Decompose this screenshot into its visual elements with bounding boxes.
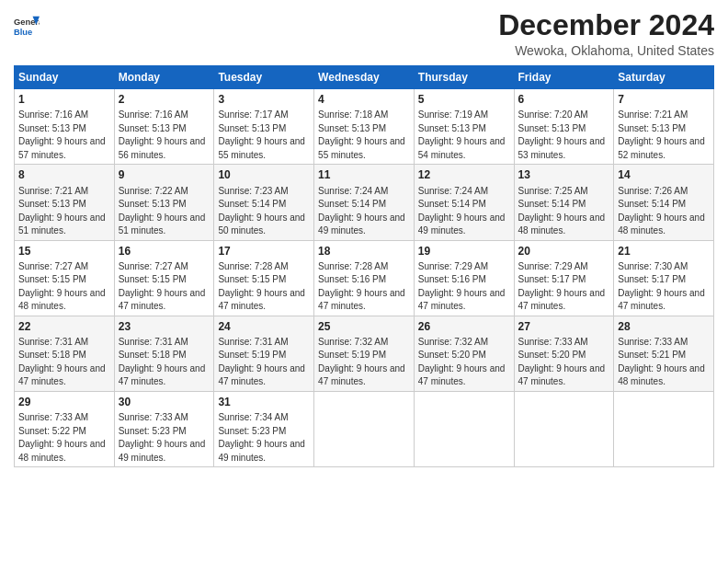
day-number: 21: [618, 244, 710, 259]
calendar-cell: 13Sunrise: 7:25 AMSunset: 5:14 PMDayligh…: [514, 165, 614, 240]
calendar-cell: 20Sunrise: 7:29 AMSunset: 5:17 PMDayligh…: [514, 240, 614, 316]
sunrise-text: Sunrise: 7:29 AM: [418, 261, 488, 271]
sunset-text: Sunset: 5:14 PM: [218, 199, 286, 209]
calendar-cell: 15Sunrise: 7:27 AMSunset: 5:15 PMDayligh…: [15, 240, 115, 316]
day-number: 11: [318, 167, 410, 182]
sunset-text: Sunset: 5:21 PM: [618, 350, 686, 360]
day-number: 24: [218, 319, 310, 334]
sunrise-text: Sunrise: 7:24 AM: [318, 186, 388, 196]
sunset-text: Sunset: 5:20 PM: [518, 350, 586, 360]
calendar-cell: 3Sunrise: 7:17 AMSunset: 5:13 PMDaylight…: [214, 89, 314, 165]
sunrise-text: Sunrise: 7:24 AM: [418, 186, 488, 196]
day-number: 25: [318, 319, 410, 334]
calendar-cell: 28Sunrise: 7:33 AMSunset: 5:21 PMDayligh…: [614, 316, 714, 391]
calendar-body: 1Sunrise: 7:16 AMSunset: 5:13 PMDaylight…: [15, 89, 714, 467]
calendar-cell: [414, 391, 514, 466]
calendar-cell: 25Sunrise: 7:32 AMSunset: 5:19 PMDayligh…: [314, 316, 415, 391]
day-number: 28: [618, 319, 710, 334]
weekday-header-sunday: Sunday: [15, 66, 115, 89]
day-number: 8: [18, 167, 110, 182]
sunset-text: Sunset: 5:14 PM: [318, 199, 386, 209]
daylight-text: Daylight: 9 hours and 48 minutes.: [518, 213, 606, 236]
weekday-header-thursday: Thursday: [414, 66, 514, 89]
sunset-text: Sunset: 5:22 PM: [18, 426, 86, 436]
daylight-text: Daylight: 9 hours and 55 minutes.: [318, 136, 405, 160]
calendar-week-row: 1Sunrise: 7:16 AMSunset: 5:13 PMDaylight…: [15, 89, 714, 165]
calendar-cell: 31Sunrise: 7:34 AMSunset: 5:23 PMDayligh…: [214, 391, 314, 466]
calendar-cell: 2Sunrise: 7:16 AMSunset: 5:13 PMDaylight…: [114, 89, 214, 165]
daylight-text: Daylight: 9 hours and 47 minutes.: [18, 363, 106, 387]
daylight-text: Daylight: 9 hours and 47 minutes.: [119, 288, 206, 312]
daylight-text: Daylight: 9 hours and 57 minutes.: [18, 136, 106, 160]
sunset-text: Sunset: 5:20 PM: [418, 350, 486, 360]
calendar-cell: 6Sunrise: 7:20 AMSunset: 5:13 PMDaylight…: [514, 89, 614, 165]
sunset-text: Sunset: 5:14 PM: [418, 199, 486, 209]
sunset-text: Sunset: 5:14 PM: [618, 199, 686, 209]
day-number: 10: [218, 167, 310, 182]
calendar-week-row: 15Sunrise: 7:27 AMSunset: 5:15 PMDayligh…: [15, 240, 714, 316]
sunrise-text: Sunrise: 7:27 AM: [119, 261, 188, 271]
sunrise-text: Sunrise: 7:33 AM: [618, 337, 688, 347]
daylight-text: Daylight: 9 hours and 54 minutes.: [418, 136, 506, 160]
sunset-text: Sunset: 5:13 PM: [318, 123, 386, 133]
sunrise-text: Sunrise: 7:17 AM: [218, 109, 288, 120]
calendar-cell: 19Sunrise: 7:29 AMSunset: 5:16 PMDayligh…: [414, 240, 514, 316]
sunset-text: Sunset: 5:13 PM: [18, 123, 86, 133]
calendar-cell: [614, 391, 714, 466]
sunrise-text: Sunrise: 7:28 AM: [318, 261, 388, 271]
sunrise-text: Sunrise: 7:28 AM: [218, 261, 288, 271]
sunset-text: Sunset: 5:17 PM: [518, 274, 586, 284]
day-number: 26: [418, 319, 510, 334]
sunset-text: Sunset: 5:14 PM: [518, 199, 586, 209]
day-number: 27: [518, 319, 610, 334]
sunrise-text: Sunrise: 7:33 AM: [18, 412, 88, 422]
sunset-text: Sunset: 5:18 PM: [18, 350, 86, 360]
sunset-text: Sunset: 5:15 PM: [119, 274, 187, 284]
sunrise-text: Sunrise: 7:27 AM: [18, 261, 88, 271]
sunset-text: Sunset: 5:13 PM: [18, 199, 86, 209]
weekday-header-tuesday: Tuesday: [214, 66, 314, 89]
day-number: 7: [618, 92, 710, 107]
day-number: 22: [18, 319, 110, 334]
sunset-text: Sunset: 5:13 PM: [418, 123, 486, 133]
month-title: December 2024: [498, 9, 714, 41]
sunset-text: Sunset: 5:15 PM: [218, 274, 286, 284]
daylight-text: Daylight: 9 hours and 52 minutes.: [618, 136, 705, 160]
day-number: 9: [119, 167, 210, 182]
page-header: General Blue December 2024 Wewoka, Oklah…: [14, 9, 714, 58]
day-number: 19: [418, 244, 510, 259]
sunrise-text: Sunrise: 7:31 AM: [218, 337, 288, 347]
sunset-text: Sunset: 5:13 PM: [218, 123, 286, 133]
calendar-cell: 11Sunrise: 7:24 AMSunset: 5:14 PMDayligh…: [314, 165, 415, 240]
calendar-cell: 7Sunrise: 7:21 AMSunset: 5:13 PMDaylight…: [614, 89, 714, 165]
calendar-cell: 17Sunrise: 7:28 AMSunset: 5:15 PMDayligh…: [214, 240, 314, 316]
sunset-text: Sunset: 5:16 PM: [318, 274, 386, 284]
sunrise-text: Sunrise: 7:18 AM: [318, 109, 388, 120]
sunset-text: Sunset: 5:16 PM: [418, 274, 486, 284]
daylight-text: Daylight: 9 hours and 51 minutes.: [18, 213, 106, 236]
sunset-text: Sunset: 5:13 PM: [119, 199, 187, 209]
calendar-cell: 24Sunrise: 7:31 AMSunset: 5:19 PMDayligh…: [214, 316, 314, 391]
daylight-text: Daylight: 9 hours and 49 minutes.: [218, 439, 305, 463]
weekday-header-friday: Friday: [514, 66, 614, 89]
sunrise-text: Sunrise: 7:21 AM: [618, 109, 688, 120]
calendar-cell: 14Sunrise: 7:26 AMSunset: 5:14 PMDayligh…: [614, 165, 714, 240]
day-number: 30: [119, 395, 210, 409]
sunrise-text: Sunrise: 7:32 AM: [418, 337, 488, 347]
sunset-text: Sunset: 5:17 PM: [618, 274, 686, 284]
daylight-text: Daylight: 9 hours and 47 minutes.: [119, 363, 206, 387]
daylight-text: Daylight: 9 hours and 47 minutes.: [218, 363, 305, 387]
calendar-cell: 10Sunrise: 7:23 AMSunset: 5:14 PMDayligh…: [214, 165, 314, 240]
day-number: 4: [318, 92, 410, 107]
daylight-text: Daylight: 9 hours and 48 minutes.: [18, 288, 106, 312]
sunrise-text: Sunrise: 7:31 AM: [119, 337, 188, 347]
day-number: 5: [418, 92, 510, 107]
calendar-cell: 12Sunrise: 7:24 AMSunset: 5:14 PMDayligh…: [414, 165, 514, 240]
day-number: 2: [119, 92, 210, 107]
sunrise-text: Sunrise: 7:23 AM: [218, 186, 288, 196]
calendar-cell: [314, 391, 415, 466]
daylight-text: Daylight: 9 hours and 49 minutes.: [119, 439, 206, 463]
daylight-text: Daylight: 9 hours and 48 minutes.: [18, 439, 106, 463]
day-number: 15: [18, 244, 110, 259]
sunset-text: Sunset: 5:19 PM: [218, 350, 286, 360]
